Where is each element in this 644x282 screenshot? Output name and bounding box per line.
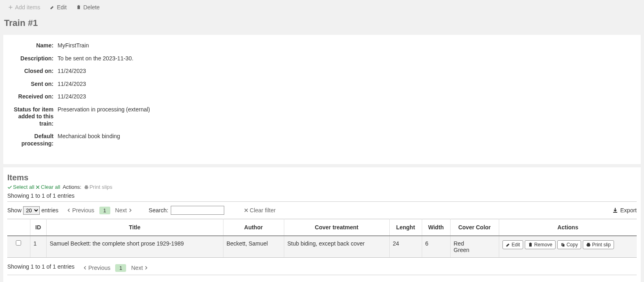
name-value: MyFirstTrain (58, 42, 89, 49)
select-all-link[interactable]: Select all (7, 184, 34, 190)
cell-title: Samuel Beckett: the complete short prose… (46, 236, 223, 258)
row-checkbox[interactable] (16, 240, 21, 246)
description-value: To be sent on the 2023-11-30. (58, 55, 133, 62)
clear-filter-label: Clear filter (250, 207, 276, 214)
trash-icon (76, 5, 81, 10)
col-length[interactable]: Lenght (389, 219, 422, 236)
status-value: Preservation in processing (external) (58, 106, 150, 113)
sent-on-value: 11/24/2023 (58, 81, 86, 87)
delete-button[interactable]: Delete (76, 4, 99, 11)
row-edit-button[interactable]: Edit (502, 240, 524, 249)
export-label: Export (620, 207, 637, 214)
items-panel: Items Select all Clear all Actions: Prin… (3, 167, 641, 282)
controls-row: Show 20 entries Previous 1 Next Search: … (7, 206, 637, 215)
row-remove-label: Remove (534, 242, 552, 248)
export-button[interactable]: Export (612, 207, 637, 214)
table-row: 1 Samuel Beckett: the complete short pro… (7, 236, 637, 258)
paginator-bottom: Previous 1 Next (83, 264, 149, 272)
clear-all-label: Clear all (41, 184, 60, 190)
details-panel: Name: MyFirstTrain Description: To be se… (3, 35, 641, 164)
chevron-right-icon (128, 208, 133, 213)
previous-label: Previous (72, 207, 94, 214)
col-author[interactable]: Author (223, 219, 284, 236)
x-icon (244, 208, 249, 213)
pencil-icon (506, 242, 511, 247)
row-print-slip-button[interactable]: Print slip (583, 240, 614, 249)
row-copy-label: Copy (567, 242, 578, 248)
default-processing-label: Default processing: (13, 133, 58, 147)
clear-filter-link[interactable]: Clear filter (244, 207, 276, 214)
edit-button[interactable]: Edit (50, 4, 67, 11)
cell-cover-color: Red Green (450, 236, 499, 258)
next-button-top[interactable]: Next (115, 207, 133, 214)
chevron-left-icon (83, 265, 88, 270)
trash-icon (528, 242, 533, 247)
row-copy-button[interactable]: Copy (557, 240, 581, 249)
delete-label: Delete (83, 4, 99, 11)
sent-on-label: Sent on: (13, 81, 58, 88)
chevron-right-icon (144, 265, 148, 270)
edit-label: Edit (57, 4, 67, 11)
col-title[interactable]: Title (46, 219, 223, 236)
divider (7, 201, 637, 202)
items-table: ID Title Author Cover treatment Lenght W… (7, 219, 637, 258)
print-slips-label: Print slips (90, 184, 112, 190)
toolbar: Add items Edit Delete (0, 0, 644, 15)
next-label-bottom: Next (131, 265, 143, 271)
status-label: Status for item added to this train: (13, 106, 58, 128)
clear-all-link[interactable]: Clear all (35, 184, 60, 190)
next-button-bottom[interactable]: Next (131, 265, 148, 271)
received-on-value: 11/24/2023 (58, 93, 86, 100)
page-number-top[interactable]: 1 (99, 207, 110, 214)
showing-entries-bottom: Showing 1 to 1 of 1 entries (7, 263, 75, 270)
search-label: Search: (149, 207, 168, 214)
next-label: Next (115, 207, 127, 214)
default-processing-value: Mechanical book binding (58, 133, 120, 139)
col-actions: Actions (499, 219, 637, 236)
x-icon (35, 185, 40, 190)
col-width[interactable]: Width (422, 219, 450, 236)
col-cover-color[interactable]: Cover Color (450, 219, 499, 236)
items-actions-row: Select all Clear all Actions: Print slip… (7, 184, 637, 190)
check-icon (7, 185, 12, 190)
row-edit-label: Edit (512, 242, 520, 248)
col-checkbox[interactable] (7, 219, 30, 236)
printer-icon (84, 185, 89, 190)
divider-bottom (7, 275, 637, 275)
search-input[interactable] (171, 206, 224, 215)
items-title: Items (7, 173, 637, 182)
row-remove-button[interactable]: Remove (525, 240, 556, 249)
pencil-icon (50, 5, 55, 10)
row-actions: Edit Remove Copy Print slip (502, 240, 634, 249)
name-label: Name: (13, 42, 58, 49)
add-items-label: Add items (15, 4, 40, 11)
print-slips-link[interactable]: Print slips (84, 184, 112, 190)
page-size-select[interactable]: 20 (23, 206, 40, 215)
select-all-label: Select all (13, 184, 34, 190)
previous-button-bottom[interactable]: Previous (83, 265, 110, 271)
paginator-top: Previous 1 Next (67, 207, 133, 214)
cover-color-1: Red (454, 240, 496, 247)
show-label: Show (7, 207, 21, 214)
page-title: Train #1 (0, 15, 644, 35)
col-id[interactable]: ID (30, 219, 46, 236)
plus-icon (8, 5, 13, 10)
cell-width: 6 (422, 236, 450, 258)
search-group: Search: (149, 206, 224, 215)
bottom-row: Showing 1 to 1 of 1 entries Previous 1 N… (7, 263, 637, 272)
copy-icon (560, 242, 565, 247)
show-entries-control: Show 20 entries (7, 206, 58, 215)
previous-button-top[interactable]: Previous (67, 207, 94, 214)
chevron-left-icon (67, 208, 71, 213)
printer-icon (586, 242, 591, 247)
page-number-bottom[interactable]: 1 (115, 264, 126, 272)
cell-length: 24 (389, 236, 422, 258)
cell-id: 1 (30, 236, 46, 258)
showing-entries-top: Showing 1 to 1 of 1 entries (7, 192, 637, 199)
col-cover-treatment[interactable]: Cover treatment (284, 219, 389, 236)
description-label: Description: (13, 55, 58, 62)
cover-color-2: Green (454, 247, 496, 253)
cell-author: Beckett, Samuel (223, 236, 284, 258)
closed-on-label: Closed on: (13, 68, 58, 75)
cell-cover-treatment: Stub biding, except back cover (284, 236, 389, 258)
